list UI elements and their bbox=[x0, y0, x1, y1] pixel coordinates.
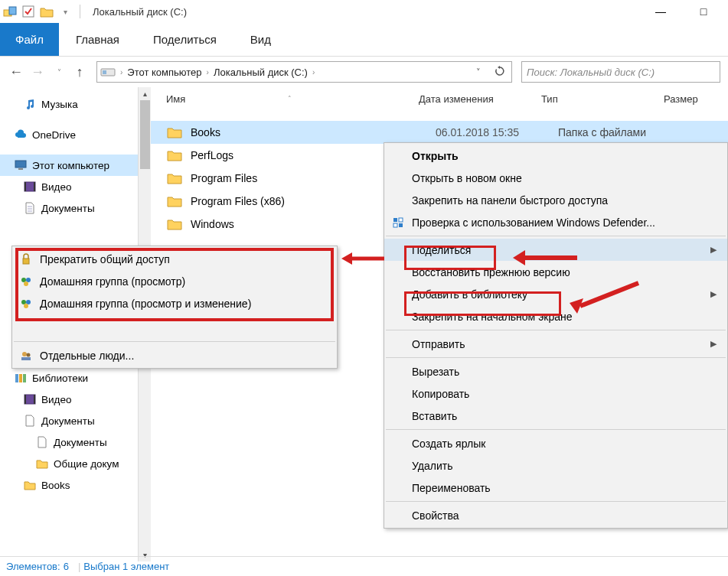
file-row[interactable]: Books 06.01.2018 15:35 Папка с файлами bbox=[151, 121, 728, 144]
sidebar-item-lib-docs-sub[interactable]: Документы bbox=[0, 431, 138, 453]
window-controls: — □ × bbox=[647, 1, 725, 22]
svg-rect-11 bbox=[19, 374, 22, 382]
ctx-pin-quick-access[interactable]: Закрепить на панели быстрого доступа bbox=[384, 189, 727, 211]
title-bar: ▾ Локальный диск (C:) — □ × bbox=[0, 0, 728, 23]
ctx-open[interactable]: Открыть bbox=[384, 145, 727, 167]
sidebar-item-thispc[interactable]: Этот компьютер bbox=[0, 155, 138, 176]
document-icon bbox=[23, 414, 37, 428]
file-name: Books bbox=[191, 126, 436, 138]
sidebar-item-onedrive[interactable]: OneDrive bbox=[0, 124, 138, 145]
svg-rect-18 bbox=[393, 223, 397, 227]
ctx-paste[interactable]: Вставить bbox=[384, 405, 727, 427]
qat-checkbox-icon[interactable] bbox=[21, 5, 35, 18]
sub-specific-people[interactable]: Отдельные люди... bbox=[12, 344, 337, 366]
ctx-properties[interactable]: Свойства bbox=[384, 504, 727, 526]
ribbon-tabs: Файл Главная Поделиться Вид bbox=[0, 23, 728, 57]
sub-stop-sharing[interactable]: Прекратить общий доступ bbox=[12, 248, 337, 270]
sidebar-item-libraries[interactable]: Библиотеки bbox=[0, 367, 138, 389]
forward-button[interactable]: → bbox=[29, 64, 46, 80]
folder-icon bbox=[166, 216, 183, 232]
scroll-up-icon[interactable]: ▴ bbox=[139, 87, 152, 100]
back-button[interactable]: ← bbox=[8, 64, 24, 80]
status-elements-label: Элементов: bbox=[6, 561, 60, 572]
sub-homegroup-edit[interactable]: Домашняя группа (просмотр и изменение) bbox=[12, 292, 337, 314]
sidebar-item-lib-public[interactable]: Общие докум bbox=[0, 453, 138, 474]
chevron-right-icon: ▶ bbox=[710, 339, 717, 349]
ctx-copy[interactable]: Копировать bbox=[384, 382, 727, 405]
up-button[interactable]: ↑ bbox=[72, 64, 87, 80]
svg-point-21 bbox=[21, 278, 26, 282]
sidebar-label: Документы bbox=[41, 415, 95, 427]
separator bbox=[80, 5, 80, 18]
sort-indicator-icon: ˄ bbox=[288, 95, 292, 103]
ctx-send-to[interactable]: Отправить▶ bbox=[384, 333, 727, 355]
column-type[interactable]: Тип bbox=[541, 93, 664, 105]
ctx-add-to-library[interactable]: Добавить в библиотеку▶ bbox=[384, 283, 727, 305]
sidebar-item-lib-books[interactable]: Books bbox=[0, 474, 138, 496]
separator bbox=[386, 429, 726, 430]
ctx-defender-scan[interactable]: Проверка с использованием Windows Defend… bbox=[384, 211, 727, 233]
ctx-restore-previous[interactable]: Восстановить прежнюю версию bbox=[384, 261, 727, 283]
address-bar[interactable]: › Этот компьютер › Локальный диск (C:) ›… bbox=[96, 61, 512, 83]
folder-icon bbox=[166, 194, 183, 209]
sub-homegroup-view[interactable]: Домашняя группа (просмотр) bbox=[12, 270, 337, 292]
ctx-pin-start[interactable]: Закрепить на начальном экране bbox=[384, 305, 727, 327]
sidebar-item-video[interactable]: Видео bbox=[0, 176, 138, 197]
svg-rect-13 bbox=[24, 395, 35, 404]
sidebar-label: OneDrive bbox=[32, 129, 76, 141]
sidebar-label: Музыка bbox=[41, 99, 78, 110]
file-tab[interactable]: Файл bbox=[0, 23, 59, 56]
tab-view[interactable]: Вид bbox=[233, 23, 288, 56]
column-date[interactable]: Дата изменения bbox=[419, 93, 541, 105]
separator bbox=[14, 341, 335, 342]
address-row: ← → ˅ ↑ › Этот компьютер › Локальный дис… bbox=[0, 57, 728, 87]
ctx-cut[interactable]: Вырезать bbox=[384, 360, 727, 382]
minimize-button[interactable]: — bbox=[647, 1, 674, 22]
qat-dropdown-icon[interactable]: ▾ bbox=[58, 5, 72, 18]
chevron-right-icon[interactable]: › bbox=[207, 68, 209, 76]
svg-rect-15 bbox=[34, 395, 35, 404]
sidebar-item-music[interactable]: Музыка bbox=[0, 93, 138, 115]
chevron-right-icon[interactable]: › bbox=[120, 68, 122, 76]
refresh-icon[interactable] bbox=[491, 66, 508, 79]
lock-icon bbox=[18, 252, 34, 267]
sidebar-item-lib-video[interactable]: Видео bbox=[0, 389, 138, 410]
sidebar-item-documents[interactable]: Документы bbox=[0, 197, 138, 219]
folder-icon bbox=[166, 125, 183, 140]
sidebar-label: Документы bbox=[54, 437, 107, 448]
separator bbox=[386, 236, 726, 236]
tab-share[interactable]: Поделиться bbox=[136, 23, 233, 56]
column-size[interactable]: Размер bbox=[664, 93, 728, 105]
quick-access-toolbar: ▾ bbox=[3, 5, 83, 18]
recent-dropdown[interactable]: ˅ bbox=[51, 68, 67, 76]
breadcrumb-drive[interactable]: Локальный диск (C:) bbox=[214, 67, 308, 78]
tab-home[interactable]: Главная bbox=[59, 23, 136, 56]
ctx-share[interactable]: Поделиться▶ bbox=[384, 239, 727, 261]
ctx-open-new-window[interactable]: Открыть в новом окне bbox=[384, 167, 727, 189]
share-submenu: Прекратить общий доступ Домашняя группа … bbox=[11, 246, 338, 369]
sidebar-label: Видео bbox=[41, 181, 71, 193]
svg-rect-7 bbox=[24, 182, 35, 191]
ctx-create-shortcut[interactable]: Создать ярлык bbox=[384, 432, 727, 454]
svg-rect-1 bbox=[9, 7, 16, 15]
libraries-icon bbox=[14, 371, 28, 385]
sidebar-label: Этот компьютер bbox=[32, 160, 109, 171]
address-dropdown-icon[interactable]: ˅ bbox=[470, 67, 487, 77]
sidebar-item-lib-docs[interactable]: Документы bbox=[0, 410, 138, 431]
svg-rect-29 bbox=[21, 357, 31, 360]
column-name[interactable]: Имя ˄ bbox=[166, 93, 419, 105]
sidebar-label: Books bbox=[41, 480, 70, 491]
status-elements-count: 6 bbox=[64, 561, 69, 572]
svg-point-28 bbox=[27, 353, 31, 356]
search-input[interactable]: Поиск: Локальный диск (C:) bbox=[521, 61, 720, 83]
folder-icon bbox=[35, 457, 49, 470]
chevron-right-icon[interactable]: › bbox=[312, 68, 315, 76]
scroll-thumb[interactable] bbox=[140, 100, 150, 169]
svg-rect-5 bbox=[15, 161, 26, 168]
separator bbox=[386, 357, 726, 358]
ctx-delete[interactable]: Удалить bbox=[384, 454, 727, 477]
breadcrumb-thispc[interactable]: Этот компьютер bbox=[127, 67, 201, 78]
ctx-rename[interactable]: Переименовать bbox=[384, 477, 727, 499]
svg-rect-6 bbox=[18, 168, 23, 170]
maximize-button[interactable]: □ bbox=[690, 1, 717, 22]
